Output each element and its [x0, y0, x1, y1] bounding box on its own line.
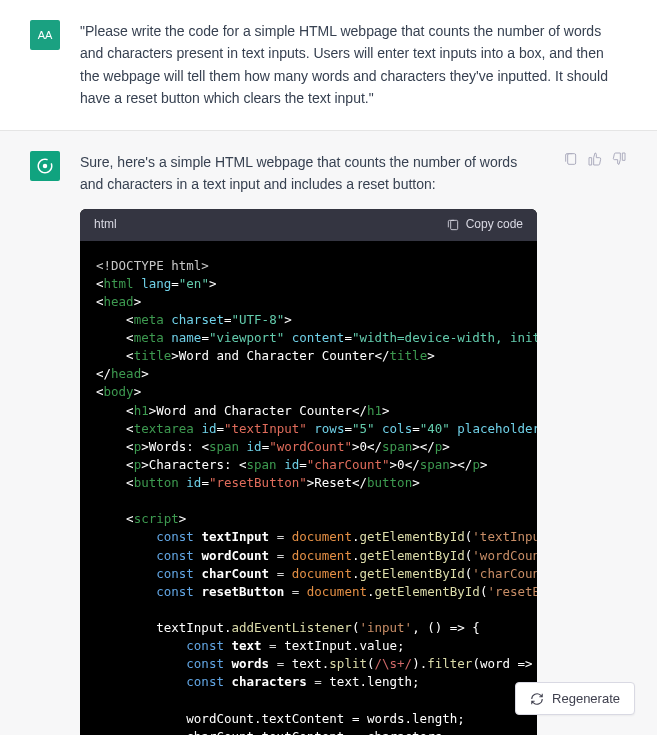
user-message-text: "Please write the code for a simple HTML… [80, 20, 627, 110]
assistant-avatar [30, 151, 60, 181]
user-message: AA "Please write the code for a simple H… [0, 0, 657, 131]
svg-point-0 [43, 163, 48, 168]
regenerate-label: Regenerate [552, 691, 620, 706]
code-content[interactable]: <!DOCTYPE html> <html lang="en"> <head> … [80, 241, 537, 735]
code-block: html Copy code <!DOCTYPE html> <html lan… [80, 209, 537, 735]
code-header: html Copy code [80, 209, 537, 240]
message-actions [563, 151, 627, 735]
svg-rect-2 [568, 153, 576, 164]
clipboard-icon [446, 218, 460, 232]
copy-code-button[interactable]: Copy code [446, 215, 523, 234]
openai-logo-icon [36, 157, 54, 175]
assistant-message: Sure, here's a simple HTML webpage that … [0, 131, 657, 735]
user-avatar: AA [30, 20, 60, 50]
user-avatar-text: AA [38, 29, 53, 41]
assistant-content: Sure, here's a simple HTML webpage that … [80, 151, 537, 735]
copy-code-label: Copy code [466, 215, 523, 234]
thumbs-down-icon[interactable] [611, 151, 627, 167]
svg-rect-1 [450, 220, 457, 229]
clipboard-icon[interactable] [563, 151, 579, 167]
refresh-icon [530, 692, 544, 706]
code-language-label: html [94, 215, 117, 234]
assistant-intro-text: Sure, here's a simple HTML webpage that … [80, 151, 537, 196]
regenerate-button[interactable]: Regenerate [515, 682, 635, 715]
thumbs-up-icon[interactable] [587, 151, 603, 167]
